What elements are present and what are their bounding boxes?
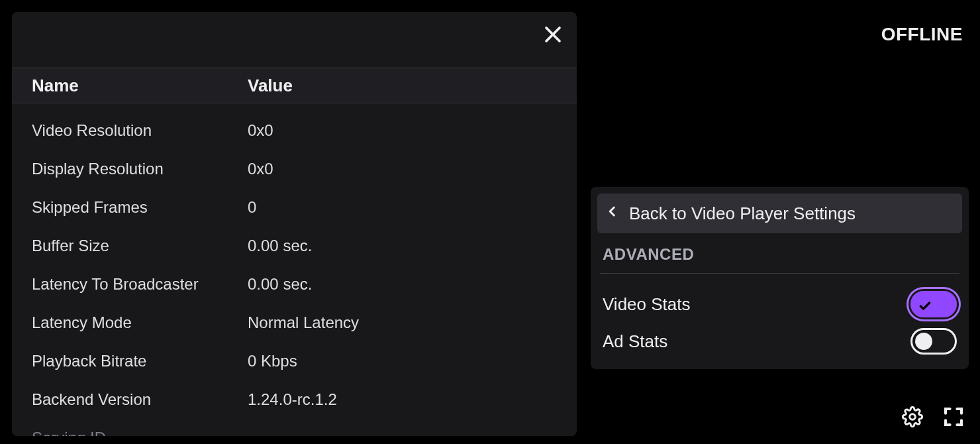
table-row: Skipped Frames0 [32, 188, 557, 227]
stat-value: 0 [248, 198, 557, 217]
stats-header-value: Value [248, 76, 557, 96]
stats-table: Name Value Video Resolution0x0 Display R… [12, 68, 577, 436]
table-row: Display Resolution0x0 [32, 150, 557, 188]
stat-name: Latency Mode [32, 313, 248, 332]
video-stats-panel: Name Value Video Resolution0x0 Display R… [12, 12, 577, 436]
stat-value: 0.00 sec. [248, 275, 557, 294]
stat-value: 0.00 sec. [248, 237, 557, 255]
svg-point-2 [910, 414, 916, 419]
stats-header-row: Name Value [12, 68, 577, 103]
stat-value: Normal Latency [248, 313, 557, 332]
toggle-knob [935, 296, 952, 313]
table-row: Serving ID [32, 419, 557, 436]
toggle-knob [915, 333, 932, 350]
stat-name: Buffer Size [32, 237, 248, 255]
stream-status: OFFLINE [881, 24, 963, 45]
close-button[interactable] [540, 23, 566, 49]
section-label-advanced: ADVANCED [597, 233, 962, 273]
fullscreen-icon [943, 406, 964, 429]
stat-name: Playback Bitrate [32, 352, 248, 370]
table-row: Playback Bitrate0 Kbps [32, 342, 557, 380]
stat-value: 0x0 [248, 160, 557, 178]
stats-body: Video Resolution0x0 Display Resolution0x… [12, 103, 577, 436]
table-row: Latency ModeNormal Latency [32, 304, 557, 342]
check-icon [918, 297, 932, 310]
stats-header-name: Name [32, 76, 248, 96]
settings-button[interactable] [901, 406, 924, 429]
stat-name: Skipped Frames [32, 198, 248, 217]
table-row: Latency To Broadcaster0.00 sec. [32, 265, 557, 304]
stat-value: 1.24.0-rc.1.2 [248, 390, 557, 409]
stat-name: Serving ID [32, 429, 248, 436]
table-row: Video Resolution0x0 [32, 111, 557, 150]
toggle-row-ad-stats: Ad Stats [597, 323, 962, 360]
fullscreen-button[interactable] [942, 406, 965, 429]
gear-icon [902, 406, 923, 429]
table-row: Buffer Size0.00 sec. [32, 227, 557, 265]
stat-name: Display Resolution [32, 160, 248, 178]
ad-stats-toggle[interactable] [910, 328, 957, 355]
toggle-label: Video Stats [603, 294, 691, 315]
table-row: Backend Version1.24.0-rc.1.2 [32, 380, 557, 419]
divider [600, 273, 959, 274]
stat-name: Video Resolution [32, 121, 248, 140]
back-label: Back to Video Player Settings [629, 203, 856, 224]
stat-name: Latency To Broadcaster [32, 275, 248, 294]
stat-value: 0 Kbps [248, 352, 557, 370]
player-controls [901, 406, 965, 429]
back-to-player-settings[interactable]: Back to Video Player Settings [597, 194, 962, 233]
settings-menu-advanced: Back to Video Player Settings ADVANCED V… [591, 187, 969, 369]
chevron-left-icon [607, 202, 618, 225]
stat-name: Backend Version [32, 390, 248, 409]
close-icon [543, 25, 563, 48]
video-stats-toggle[interactable] [910, 291, 957, 317]
toggle-row-video-stats: Video Stats [597, 286, 962, 323]
toggle-label: Ad Stats [603, 331, 667, 352]
stat-value: 0x0 [248, 121, 557, 140]
